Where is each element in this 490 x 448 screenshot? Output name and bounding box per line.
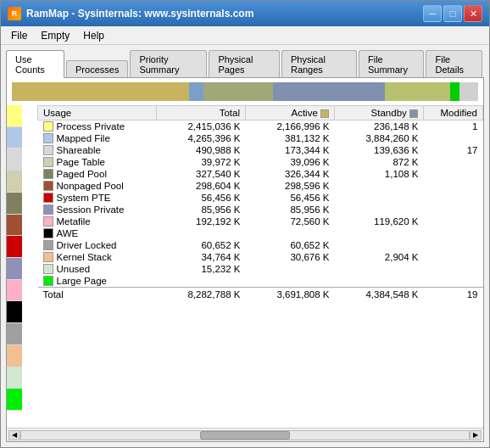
sidebar-page-table <box>7 171 22 193</box>
total-label: Total <box>38 287 157 300</box>
row-color-box <box>43 228 53 238</box>
col-modified: Modified <box>424 106 483 120</box>
content-area: Use Counts Processes Priority Summary Ph… <box>1 45 489 447</box>
sidebar-unused <box>7 367 22 389</box>
table-row: Kernel Stack 34,764 K 30,676 K 2,904 K <box>38 251 483 263</box>
bar-other <box>385 82 450 101</box>
col-total: Total <box>157 106 246 120</box>
table-row: Shareable 490,988 K 173,344 K 139,636 K … <box>38 144 483 156</box>
sidebar-metafile <box>7 280 22 302</box>
sidebar-total <box>7 411 22 428</box>
row-color-box <box>43 145 53 155</box>
minimize-button[interactable]: ─ <box>423 5 442 22</box>
bar-shareable <box>203 82 274 101</box>
row-color-box <box>43 121 53 132</box>
row-label: Unused <box>38 263 157 275</box>
memory-bar-container <box>7 78 483 105</box>
memory-bar <box>12 82 478 101</box>
tab-priority-summary[interactable]: Priority Summary <box>130 50 207 78</box>
tab-file-details[interactable]: File Details <box>426 50 482 78</box>
scroll-thumb[interactable] <box>200 431 290 440</box>
row-color-box <box>43 133 53 143</box>
row-color-box <box>43 157 53 167</box>
data-table: Usage Total Active Standby Mod <box>37 105 483 300</box>
menu-help[interactable]: Help <box>76 28 111 43</box>
sidebar-driver-locked <box>7 323 22 345</box>
row-label: Driver Locked <box>38 239 157 251</box>
row-label: Session Private <box>38 204 157 216</box>
row-label: AWE <box>38 227 157 239</box>
app-icon: R <box>8 7 21 20</box>
row-label: Large Page <box>38 275 157 287</box>
tab-panel: Usage Total Active Standby Mod <box>6 77 484 442</box>
maximize-button[interactable]: □ <box>443 5 462 22</box>
row-label: Mapped File <box>38 132 157 144</box>
row-color-box <box>43 193 53 203</box>
title-bar: R RamMap - Sysinternals: www.sysinternal… <box>1 1 489 26</box>
row-color-box <box>43 264 53 274</box>
scroll-right-arrow[interactable]: ▶ <box>470 430 482 440</box>
row-label: Nonpaged Pool <box>38 180 157 192</box>
row-color-box <box>43 169 53 179</box>
table-row: AWE <box>38 227 483 239</box>
scroll-left-arrow[interactable]: ◀ <box>8 430 20 440</box>
table-scroll[interactable]: Usage Total Active Standby Mod <box>37 105 483 428</box>
tab-use-counts[interactable]: Use Counts <box>6 50 64 78</box>
tab-physical-pages[interactable]: Physical Pages <box>209 50 280 78</box>
bar-mapped-file <box>189 82 203 101</box>
sidebar-kernel-stack <box>7 345 22 367</box>
row-color-box <box>43 276 53 286</box>
table-row: Process Private 2,415,036 K 2,166,996 K … <box>38 120 483 133</box>
menu-empty[interactable]: Empty <box>34 28 76 43</box>
sidebar-nonpaged-pool <box>7 215 22 237</box>
table-row: Driver Locked 60,652 K 60,652 K <box>38 239 483 251</box>
bar-standby <box>273 82 385 101</box>
menu-bar: File Empty Help <box>1 26 489 45</box>
left-color-bar <box>7 105 22 428</box>
window-title: RamMap - Sysinternals: www.sysinternals.… <box>26 8 423 20</box>
row-label: System PTE <box>38 192 157 204</box>
standby-color-indicator <box>409 109 418 118</box>
panel-body: Usage Total Active Standby Mod <box>7 105 483 441</box>
col-usage: Usage <box>38 106 157 120</box>
table-row: Nonpaged Pool 298,604 K 298,596 K <box>38 180 483 192</box>
bar-process-private <box>12 82 189 101</box>
bar-unused <box>459 82 478 101</box>
tab-bar: Use Counts Processes Priority Summary Ph… <box>6 50 484 78</box>
row-color-box <box>43 252 53 262</box>
table-row: Unused 15,232 K <box>38 263 483 275</box>
row-color-box <box>43 204 53 215</box>
menu-file[interactable]: File <box>4 28 34 43</box>
sidebar-shareable <box>7 148 22 171</box>
row-label: Kernel Stack <box>38 251 157 263</box>
close-button[interactable]: ✕ <box>464 5 482 22</box>
scroll-track[interactable] <box>20 430 470 440</box>
row-color-box <box>43 216 53 227</box>
window-controls: ─ □ ✕ <box>423 5 482 22</box>
table-total-row: Total 8,282,788 K 3,691,808 K 4,384,548 … <box>38 287 483 300</box>
table-wrapper: Usage Total Active Standby Mod <box>37 105 483 428</box>
row-label: Page Table <box>38 156 157 168</box>
sidebar-awe <box>7 301 22 323</box>
row-color-box <box>43 181 53 191</box>
bar-large-page <box>450 82 459 101</box>
row-label: Process Private <box>38 120 157 132</box>
tab-processes[interactable]: Processes <box>66 60 128 78</box>
sidebar-paged-pool <box>7 193 22 215</box>
table-row: Metafile 192,192 K 72,560 K 119,620 K <box>38 216 483 227</box>
table-row: Mapped File 4,265,396 K 381,132 K 3,884,… <box>38 132 483 144</box>
table-row: Paged Pool 327,540 K 326,344 K 1,108 K <box>38 168 483 180</box>
row-color-box <box>43 240 53 250</box>
sidebar-mapped-file <box>7 127 22 149</box>
row-label: Metafile <box>38 216 157 227</box>
table-row: Session Private 85,956 K 85,956 K <box>38 204 483 216</box>
sidebar-process-private <box>7 105 22 127</box>
tab-physical-ranges[interactable]: Physical Ranges <box>281 50 357 78</box>
panel-inner: Usage Total Active Standby Mod <box>7 105 483 428</box>
horizontal-scrollbar[interactable]: ◀ ▶ <box>7 428 483 441</box>
main-window: R RamMap - Sysinternals: www.sysinternal… <box>0 0 490 448</box>
sidebar-session-private <box>7 258 22 280</box>
tab-file-summary[interactable]: File Summary <box>359 50 425 78</box>
table-row: Large Page <box>38 275 483 287</box>
col-standby: Standby <box>335 106 424 120</box>
